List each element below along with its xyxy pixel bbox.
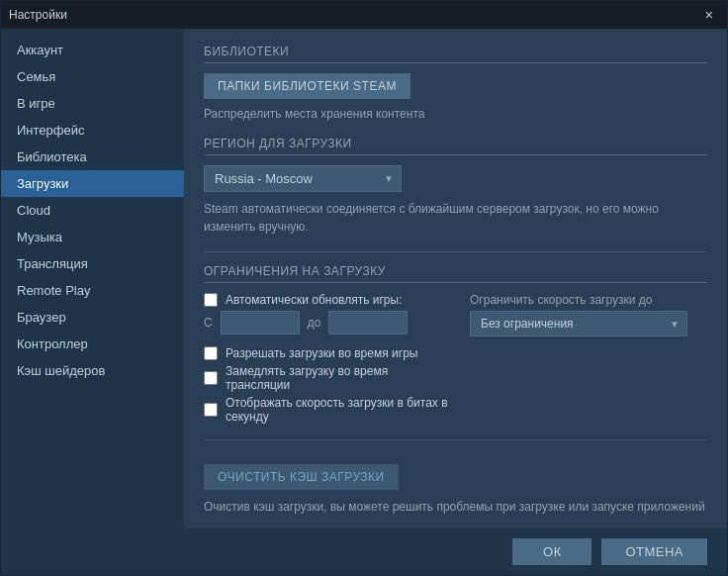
content-area: Аккаунт Семья В игре Интерфейс Библиотек… bbox=[1, 29, 727, 528]
speed-dropdown-wrapper: Без ограничения 10 КБ/с 50 КБ/с 100 КБ/с… bbox=[470, 311, 687, 336]
sidebar-item-browser[interactable]: Браузер bbox=[1, 304, 184, 331]
from-time-input[interactable] bbox=[221, 311, 300, 335]
show-speed-row: Отображать скорость загрузки в битах в с… bbox=[204, 396, 454, 424]
sidebar-item-library[interactable]: Библиотека bbox=[1, 144, 184, 170]
restrictions-row: Автоматически обновлять игры: С до Разре… bbox=[204, 293, 707, 428]
divider bbox=[204, 251, 707, 252]
show-speed-checkbox[interactable] bbox=[204, 403, 218, 417]
sidebar-item-broadcast[interactable]: Трансляция bbox=[1, 250, 184, 277]
auto-update-checkbox[interactable] bbox=[204, 293, 218, 307]
sidebar-item-family[interactable]: Семья bbox=[1, 63, 184, 90]
allow-downloads-checkbox[interactable] bbox=[204, 346, 218, 360]
sidebar-item-account[interactable]: Аккаунт bbox=[1, 37, 184, 63]
slow-downloads-row: Замедлять загрузку во время трансляции bbox=[204, 364, 454, 392]
cache-hint: Очистив кэш загрузки, вы можете решить п… bbox=[204, 498, 707, 516]
to-label: до bbox=[308, 316, 321, 330]
settings-window: Настройки × Аккаунт Семья В игре Интерфе… bbox=[0, 0, 728, 576]
sidebar-item-ingame[interactable]: В игре bbox=[1, 90, 184, 117]
main-panel: Библиотеки ПАПКИ БИБЛИОТЕКИ STEAM Распре… bbox=[184, 29, 727, 528]
window-title: Настройки bbox=[9, 8, 67, 22]
sidebar-item-controller[interactable]: Контроллер bbox=[1, 331, 184, 357]
footer: ОК ОТМЕНА bbox=[1, 528, 727, 575]
sidebar-item-downloads[interactable]: Загрузки bbox=[1, 170, 184, 197]
sidebar-item-remoteplay[interactable]: Remote Play bbox=[1, 277, 184, 304]
sidebar-item-cloud[interactable]: Cloud bbox=[1, 197, 184, 224]
region-dropdown-wrapper: Russia - Moscow Russia - Saint Petersbur… bbox=[204, 165, 402, 192]
steam-notice: Steam автоматически соединяется с ближай… bbox=[204, 200, 707, 236]
auto-update-label: Автоматически обновлять игры: bbox=[226, 293, 402, 307]
restrictions-section-title: Ограничения на загрузку bbox=[204, 264, 707, 283]
to-time-input[interactable] bbox=[328, 311, 408, 335]
libraries-section-title: Библиотеки bbox=[204, 45, 707, 63]
left-column: Автоматически обновлять игры: С до Разре… bbox=[204, 293, 454, 428]
slow-downloads-checkbox[interactable] bbox=[204, 371, 218, 385]
sidebar: Аккаунт Семья В игре Интерфейс Библиотек… bbox=[1, 29, 184, 528]
sidebar-item-shadercache[interactable]: Кэш шейдеров bbox=[1, 357, 184, 384]
right-column: Ограничить скорость загрузки до Без огра… bbox=[470, 293, 707, 336]
speed-limit-label: Ограничить скорость загрузки до bbox=[470, 293, 707, 307]
slow-downloads-label: Замедлять загрузку во время трансляции bbox=[226, 364, 454, 392]
library-hint: Распределить места хранения контента bbox=[204, 107, 707, 121]
auto-update-row: Автоматически обновлять игры: bbox=[204, 293, 454, 307]
allow-downloads-row: Разрешать загрузки во время игры bbox=[204, 346, 454, 360]
allow-downloads-label: Разрешать загрузки во время игры bbox=[226, 346, 417, 360]
sidebar-item-music[interactable]: Музыка bbox=[1, 224, 184, 250]
cancel-button[interactable]: ОТМЕНА bbox=[601, 538, 707, 565]
show-speed-label: Отображать скорость загрузки в битах в с… bbox=[226, 396, 454, 424]
divider-2 bbox=[204, 439, 707, 440]
clear-cache-button[interactable]: ОЧИСТИТЬ КЭШ ЗАГРУЗКИ bbox=[204, 464, 399, 490]
region-dropdown[interactable]: Russia - Moscow Russia - Saint Petersbur… bbox=[204, 165, 402, 192]
speed-limit-dropdown[interactable]: Без ограничения 10 КБ/с 50 КБ/с 100 КБ/с… bbox=[470, 311, 687, 336]
close-button[interactable]: × bbox=[699, 5, 719, 25]
ok-button[interactable]: ОК bbox=[512, 538, 592, 565]
speed-row: С до bbox=[204, 311, 454, 335]
sidebar-item-interface[interactable]: Интерфейс bbox=[1, 117, 184, 144]
library-folders-button[interactable]: ПАПКИ БИБЛИОТЕКИ STEAM bbox=[204, 73, 410, 99]
region-section-title: Регион для загрузки bbox=[204, 137, 707, 155]
region-dropdown-row: Russia - Moscow Russia - Saint Petersbur… bbox=[204, 165, 707, 192]
titlebar: Настройки × bbox=[1, 1, 727, 29]
from-label: С bbox=[204, 316, 213, 330]
